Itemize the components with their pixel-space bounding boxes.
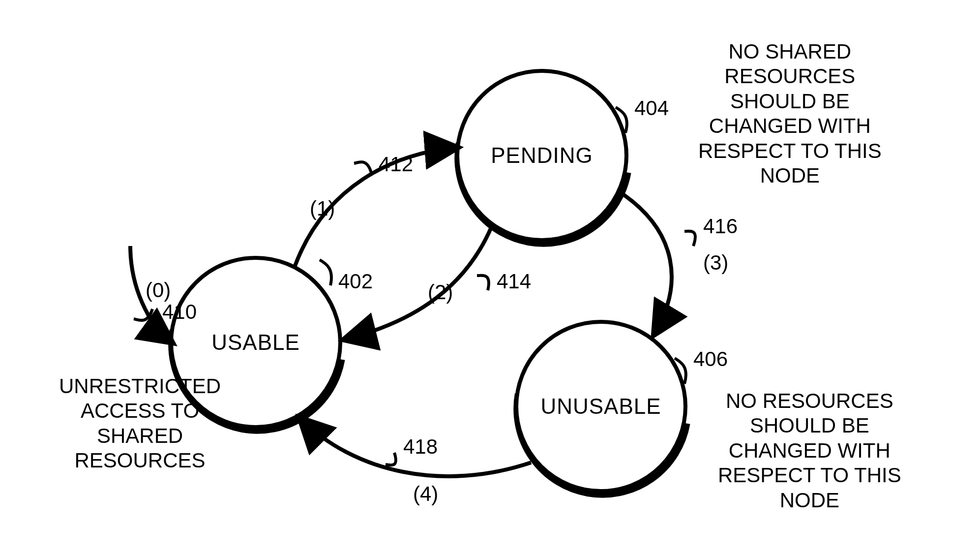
ref-406: 406: [693, 347, 728, 371]
state-diagram: USABLE PENDING UNUSABLE UNRESTRICTED ACC…: [0, 0, 980, 557]
node-usable-desc: UNRESTRICTED ACCESS TO SHARED RESOURCES: [59, 374, 221, 473]
node-pending-desc: NO SHARED RESOURCES SHOULD BE CHANGED WI…: [698, 39, 882, 188]
node-unusable-desc: NO RESOURCES SHOULD BE CHANGED WITH RESP…: [718, 389, 901, 513]
node-unusable-label: UNUSABLE: [540, 394, 661, 419]
ref-412: 412: [379, 153, 413, 176]
ref-404: 404: [634, 96, 669, 120]
edge-3-label: (3): [703, 251, 728, 275]
edge-2-label: (2): [428, 280, 453, 304]
edge-4-label: (4): [413, 482, 438, 506]
edge-3: [620, 192, 672, 335]
edge-0-label: (0): [146, 278, 171, 302]
ref-416: 416: [703, 215, 738, 238]
ref-402: 402: [338, 270, 373, 293]
ref-418: 418: [403, 435, 438, 459]
ref-410: 410: [162, 300, 197, 324]
node-usable-label: USABLE: [211, 330, 300, 355]
node-pending-label: PENDING: [491, 143, 593, 168]
edge-1-label: (1): [310, 197, 335, 220]
ref-414: 414: [497, 270, 531, 293]
